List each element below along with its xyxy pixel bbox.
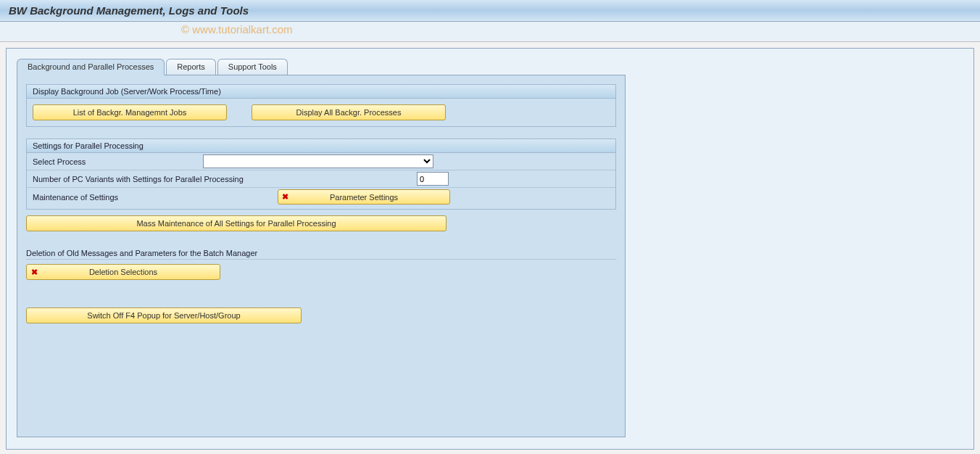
tab-strip: Background and Parallel Processes Report… — [17, 59, 973, 75]
group-parallel-settings: Settings for Parallel Processing Select … — [26, 139, 616, 210]
tab-background-processes[interactable]: Background and Parallel Processes — [17, 59, 165, 75]
group-header-display-bg: Display Background Job (Server/Work Proc… — [27, 85, 615, 99]
tab-support-tools[interactable]: Support Tools — [217, 59, 288, 75]
tab-reports[interactable]: Reports — [166, 59, 216, 75]
deletion-selections-label: Deletion Selections — [89, 268, 157, 276]
mass-maintenance-button[interactable]: Mass Maintenance of All Settings for Par… — [26, 215, 447, 231]
row-select-process: Select Process — [27, 153, 615, 170]
pc-variants-input[interactable] — [417, 172, 449, 186]
list-backgr-jobs-button[interactable]: List of Backgr. Managemnt Jobs — [33, 104, 227, 120]
group-body-display-bg: List of Backgr. Managemnt Jobs Display A… — [27, 99, 615, 126]
group-header-parallel: Settings for Parallel Processing — [27, 139, 615, 153]
switch-row: Switch Off F4 Popup for Server/Host/Grou… — [26, 280, 616, 323]
cancel-icon: ✖ — [31, 268, 38, 277]
row-pc-variants: Number of PC Variants with Settings for … — [27, 170, 615, 187]
switch-off-f4-button[interactable]: Switch Off F4 Popup for Server/Host/Grou… — [26, 308, 302, 323]
select-process-dropdown[interactable] — [203, 154, 433, 168]
cancel-icon: ✖ — [282, 192, 288, 202]
group-display-background-job: Display Background Job (Server/Work Proc… — [26, 84, 616, 127]
title-bar: BW Background Management, Logs and Tools — [0, 0, 980, 22]
maintenance-label: Maintenance of Settings — [33, 193, 278, 202]
content-area: Background and Parallel Processes Report… — [6, 48, 974, 450]
tab-panel-background: Display Background Job (Server/Work Proc… — [17, 75, 626, 437]
display-all-backgr-button[interactable]: Display All Backgr. Processes — [252, 104, 446, 120]
select-process-label: Select Process — [33, 157, 203, 166]
deletion-section-header: Deletion of Old Messages and Parameters … — [26, 247, 616, 260]
window-title: BW Background Management, Logs and Tools — [9, 4, 249, 17]
row-maintenance: Maintenance of Settings ✖ Parameter Sett… — [27, 187, 615, 209]
parameter-settings-label: Parameter Settings — [330, 193, 398, 202]
app-toolbar — [0, 22, 980, 42]
parameter-settings-button[interactable]: ✖ Parameter Settings — [278, 189, 450, 205]
app-window: BW Background Management, Logs and Tools… — [0, 0, 980, 454]
pc-variants-label: Number of PC Variants with Settings for … — [33, 175, 417, 183]
deletion-selections-button[interactable]: ✖ Deletion Selections — [26, 264, 220, 280]
